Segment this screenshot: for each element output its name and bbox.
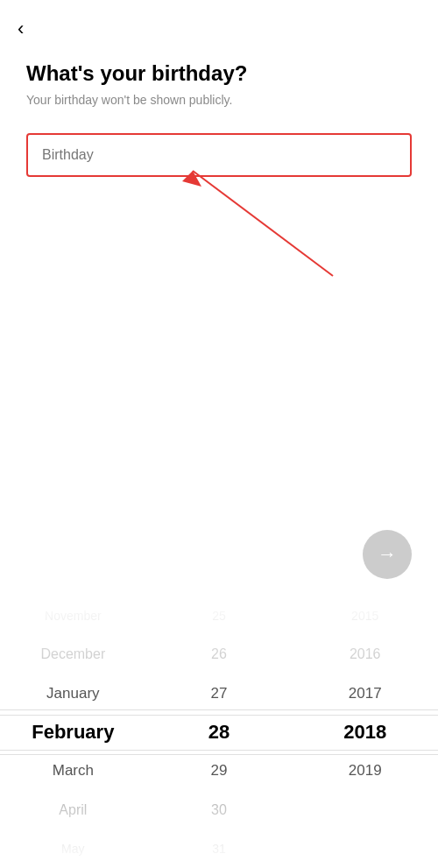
list-item[interactable]: 2017: [292, 674, 438, 713]
list-item[interactable]: 2016: [292, 635, 438, 674]
list-item[interactable]: 27: [146, 674, 293, 713]
list-item[interactable]: January: [0, 674, 146, 713]
page-title: What's your birthday?: [26, 61, 412, 86]
list-item[interactable]: 30: [146, 790, 293, 829]
list-item[interactable]: 28: [146, 713, 293, 752]
list-item[interactable]: March: [0, 752, 146, 790]
page-subtitle: Your birthday won't be shown publicly.: [26, 93, 412, 107]
list-item[interactable]: 29: [146, 752, 293, 790]
list-item[interactable]: [292, 790, 438, 829]
back-button[interactable]: ‹: [18, 18, 24, 40]
list-item[interactable]: [292, 829, 438, 868]
month-picker-column[interactable]: November December January February March…: [0, 596, 146, 868]
main-content: What's your birthday? Your birthday won'…: [0, 0, 438, 177]
list-item[interactable]: December: [0, 635, 146, 674]
list-item[interactable]: April: [0, 790, 146, 829]
arrow-annotation: [149, 153, 342, 285]
list-item[interactable]: 2018: [292, 713, 438, 752]
list-item[interactable]: 26: [146, 635, 293, 674]
svg-line-0: [193, 171, 333, 276]
list-item[interactable]: 2015: [292, 596, 438, 635]
next-button[interactable]: →: [363, 530, 412, 579]
list-item[interactable]: February: [0, 713, 146, 752]
next-arrow-icon: →: [378, 543, 397, 566]
list-item[interactable]: May: [0, 829, 146, 868]
date-picker[interactable]: November December January February March…: [0, 596, 438, 868]
list-item[interactable]: 31: [146, 829, 293, 868]
list-item[interactable]: 2019: [292, 752, 438, 790]
svg-marker-1: [182, 171, 201, 187]
list-item[interactable]: November: [0, 596, 146, 635]
year-picker-column[interactable]: 2015 2016 2017 2018 2019: [292, 596, 438, 868]
back-icon: ‹: [18, 18, 24, 39]
list-item[interactable]: 25: [146, 596, 293, 635]
day-picker-column[interactable]: 25 26 27 28 29 30 31: [146, 596, 293, 868]
